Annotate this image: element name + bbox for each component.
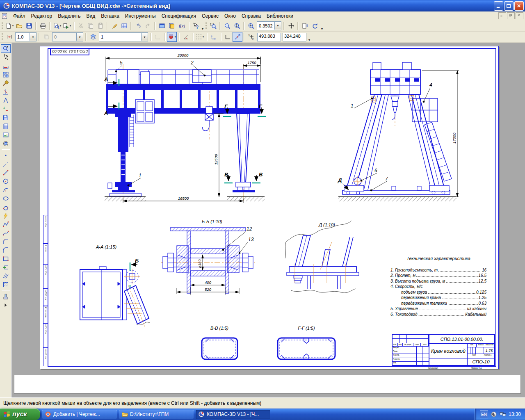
arc-tool[interactable] [1, 185, 11, 194]
pan-button[interactable] [286, 21, 296, 31]
snaps-button[interactable]: ▾ [167, 32, 177, 42]
menu-1[interactable]: Файл [10, 12, 28, 20]
rectangle-tool[interactable] [1, 254, 11, 263]
menu-9[interactable]: Окно [221, 12, 239, 20]
network-tray-icon[interactable] [500, 411, 506, 418]
child-minimize-button[interactable] [498, 12, 506, 19]
zoom-by-frame-button[interactable] [208, 21, 218, 31]
section-gg[interactable]: Г-Г (1:5) [278, 326, 335, 359]
panel-expander[interactable] [1, 301, 11, 309]
print-button[interactable] [38, 21, 48, 31]
toolbar-overflow[interactable]: ▾ [201, 27, 205, 31]
zoom-selected-button[interactable] [222, 21, 232, 31]
copy-button[interactable] [86, 21, 96, 31]
local-axes-button[interactable] [209, 32, 219, 42]
current-layer-button[interactable] [88, 32, 98, 42]
zoom-in-button[interactable] [246, 21, 256, 31]
refresh-image-button[interactable] [310, 21, 320, 31]
copies-value-dropdown[interactable]: ▼ [76, 33, 83, 41]
copies-count-button[interactable] [41, 32, 51, 42]
specification-panel[interactable] [1, 122, 11, 130]
drawing-sheet[interactable]: 20000 1750 16500 12500 А А [40, 46, 499, 369]
drawing-canvas[interactable]: 20000 1750 16500 12500 А А [40, 46, 499, 369]
menu-3[interactable]: Выделить [55, 12, 83, 20]
specification-button[interactable] [119, 21, 129, 31]
menu-6[interactable]: Инструменты [122, 12, 159, 20]
maximize-button[interactable] [504, 1, 514, 11]
document-views-button[interactable] [157, 21, 167, 31]
spline-tool[interactable] [1, 228, 11, 237]
taskbar-task-1[interactable]: Добавить | Чертеж... [42, 410, 117, 419]
side-view[interactable]: 17000 1 4 6 7 Д [338, 62, 459, 201]
coord-y-field[interactable]: 493.083 [257, 33, 281, 41]
macro-panel[interactable] [1, 139, 11, 148]
copies-value-combo[interactable]: 0▼ [52, 32, 83, 41]
current-scale-combo[interactable]: 0.3502▼ [257, 21, 281, 30]
context-help-button[interactable]: ? [191, 21, 201, 31]
measurement-panel[interactable] [1, 96, 11, 105]
menu-7[interactable]: Спецификация [159, 12, 199, 20]
property-panel[interactable] [14, 375, 521, 394]
view-aa[interactable]: А-А (1:15) [80, 244, 150, 326]
document-manager-button[interactable] [167, 21, 177, 31]
cursor-step-value-combo[interactable]: 1.0▼ [15, 32, 37, 41]
undo-button[interactable] [133, 21, 143, 31]
grid-button[interactable]: ▾ [195, 32, 205, 42]
rounding-button[interactable] [233, 32, 242, 42]
circle-tool[interactable] [1, 177, 11, 185]
menu-2[interactable]: Редактор [28, 12, 55, 20]
cursor-step-value-dropdown[interactable]: ▼ [30, 33, 36, 41]
selection-set-panel[interactable]: +− [1, 105, 11, 113]
section-vv[interactable]: В-В (1:5) [202, 326, 237, 359]
hatch-strokes-tool[interactable] [1, 272, 11, 280]
selection-panel[interactable] [1, 44, 11, 53]
child-close-button[interactable] [516, 12, 523, 19]
ellipse-tool[interactable] [1, 194, 11, 203]
segment-tool[interactable] [1, 168, 11, 177]
zoom-in-out-button[interactable] [232, 21, 242, 31]
parametrization-panel[interactable] [1, 87, 11, 96]
menu-5[interactable]: Вставка [98, 12, 122, 20]
start-button[interactable]: пуск [0, 409, 40, 420]
menu-11[interactable]: Библиотеки [264, 12, 296, 20]
toolbar-overflow[interactable]: ▾ [320, 27, 324, 31]
kompas-tray-icon[interactable] [491, 411, 497, 418]
auxiliary-line-tool[interactable] [1, 160, 11, 168]
cursor-panel[interactable] [1, 53, 11, 62]
view-d[interactable]: Д (1:10) [285, 221, 359, 293]
menu-8[interactable]: Сервис [199, 12, 221, 20]
properties-tool[interactable] [1, 292, 11, 301]
designations-panel[interactable] [1, 70, 11, 79]
coord-x-field[interactable]: 324.248 [283, 33, 306, 41]
paste-button[interactable] [96, 21, 105, 31]
drawing-workspace[interactable]: 20000 1750 16500 12500 А А [11, 43, 525, 398]
taskbar-task-3[interactable]: КОМПАС-3D V13 - [Ч... [196, 410, 270, 419]
open-document-button[interactable] [14, 21, 24, 31]
toolbar-overflow[interactable]: ▾ [307, 38, 311, 42]
dimensions-panel[interactable] [1, 62, 11, 70]
insert-view-button[interactable]: ▾ [62, 21, 72, 31]
fit-document-button[interactable] [300, 21, 310, 31]
copy-properties-button[interactable] [110, 21, 119, 31]
editing-panel[interactable] [1, 79, 11, 87]
current-scale-dropdown[interactable]: ▼ [274, 22, 281, 30]
chamfer-tool[interactable] [1, 237, 11, 246]
section-bb[interactable]: Б-Б (1:10) [161, 219, 255, 295]
insert-panel[interactable] [1, 130, 11, 139]
minimize-button[interactable] [494, 1, 503, 11]
redo-button[interactable] [143, 21, 153, 31]
layer-value-dropdown[interactable]: ▼ [141, 33, 148, 41]
local-csys-button[interactable] [153, 32, 163, 42]
menu-10[interactable]: Справка [239, 12, 264, 20]
collect-contour-tool[interactable] [1, 263, 11, 272]
taskbar-task-2[interactable]: D:\Институт\ГПМ [119, 410, 194, 419]
print-preview-button[interactable]: ▾ [52, 21, 62, 31]
quick-line-tool[interactable] [1, 211, 11, 220]
point-tool[interactable] [1, 151, 11, 160]
views-panel[interactable] [1, 113, 11, 122]
closed-curve-tool[interactable] [1, 203, 11, 211]
hatch-tool[interactable] [1, 280, 11, 289]
new-document-button[interactable]: ▾ [5, 21, 14, 31]
angle-snap-button[interactable] [181, 32, 191, 42]
variables-button[interactable]: f(x) [177, 21, 187, 31]
